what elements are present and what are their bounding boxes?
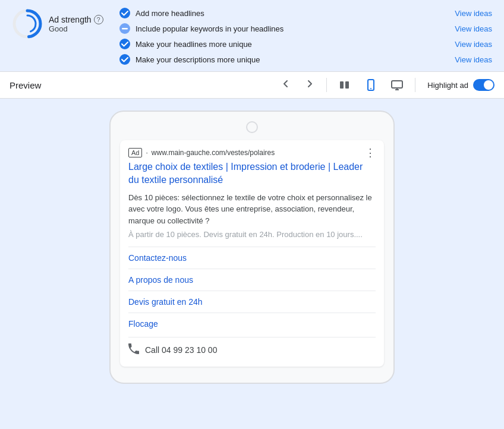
ad-header: Ad · www.main-gauche.com/vestes/polaires… xyxy=(128,147,376,158)
suggestion-text-1: Add more headlines xyxy=(136,9,450,18)
ad-strength-value: Good xyxy=(49,24,103,33)
ad-description: Dès 10 pièces: sélectionnez le textile d… xyxy=(128,192,376,227)
check-icon-1 xyxy=(119,7,131,19)
check-icon-3 xyxy=(119,38,131,50)
top-panel: Ad strength ? Good Add more headlines Vi… xyxy=(0,0,504,71)
preview-label: Preview xyxy=(10,80,272,90)
suggestion-add-headlines: Add more headlines View ideas xyxy=(119,7,492,19)
phone-number: Call 04 99 23 10 00 xyxy=(145,345,217,355)
suggestion-unique-headlines: Make your headlines more unique View ide… xyxy=(119,38,492,50)
view-divider xyxy=(326,78,327,92)
phone-frame: Ad · www.main-gauche.com/vestes/polaires… xyxy=(109,111,395,384)
suggestion-text-3: Make your headlines more unique xyxy=(136,40,450,49)
notch-circle xyxy=(246,121,258,133)
chevron-right-icon xyxy=(305,79,314,89)
svg-rect-12 xyxy=(392,81,402,88)
view-ideas-link-1[interactable]: View ideas xyxy=(455,9,492,18)
suggestion-popular-keywords: Include popular keywords in your headlin… xyxy=(119,23,492,34)
suggestion-unique-descriptions: Make your descriptions more unique View … xyxy=(119,53,492,65)
svg-point-11 xyxy=(370,88,371,89)
ad-sitelinks: Contactez-nous A propos de nous Devis gr… xyxy=(128,247,376,335)
nav-next-button[interactable] xyxy=(300,77,319,93)
view-divider-2 xyxy=(415,78,415,92)
ad-strength-icon xyxy=(12,8,43,39)
ad-menu-button[interactable]: ⋮ xyxy=(365,147,376,158)
view-ideas-link-3[interactable]: View ideas xyxy=(455,40,492,49)
nav-prev-button[interactable] xyxy=(276,77,295,93)
desktop-icon xyxy=(391,79,403,91)
suggestion-text-4: Make your descriptions more unique xyxy=(136,55,450,64)
svg-rect-9 xyxy=(345,81,349,89)
view-ideas-link-2[interactable]: View ideas xyxy=(455,24,492,33)
ad-url: www.main-gauche.com/vestes/polaires xyxy=(152,149,275,157)
grid-icon xyxy=(339,79,351,91)
svg-point-7 xyxy=(119,54,130,65)
help-icon[interactable]: ? xyxy=(94,15,103,24)
svg-point-3 xyxy=(119,8,130,18)
ad-separator: · xyxy=(146,149,147,157)
check-icon-4 xyxy=(119,53,131,65)
svg-point-2 xyxy=(19,15,36,32)
ad-strength-label: Ad strength ? xyxy=(49,15,103,24)
ad-badge: Ad xyxy=(128,148,142,157)
sitelink-contactez-nous[interactable]: Contactez-nous xyxy=(128,247,376,269)
phone-row: Call 04 99 23 10 00 xyxy=(128,337,376,359)
preview-content: Ad · www.main-gauche.com/vestes/polaires… xyxy=(0,99,504,396)
chevron-left-icon xyxy=(281,79,291,89)
sitelink-a-propos[interactable]: A propos de nous xyxy=(128,269,376,291)
ad-strength-section: Ad strength ? Good xyxy=(12,6,107,39)
sitelink-devis[interactable]: Devis gratuit en 24h xyxy=(128,291,376,313)
phone-notch xyxy=(120,121,384,133)
grid-view-button[interactable] xyxy=(334,77,355,93)
ad-badge-url: Ad · www.main-gauche.com/vestes/polaires xyxy=(128,148,275,157)
svg-point-6 xyxy=(119,39,130,49)
svg-rect-8 xyxy=(340,81,344,89)
highlight-toggle[interactable] xyxy=(473,79,494,91)
ad-description-faded: À partir de 10 pièces. Devis gratuit en … xyxy=(128,229,376,241)
suggestion-text-2: Include popular keywords in your headlin… xyxy=(136,24,450,33)
preview-bar: Preview Highlight ad xyxy=(0,71,504,99)
ad-strength-text: Ad strength ? Good xyxy=(49,15,103,33)
partial-icon-2 xyxy=(119,23,131,34)
view-ideas-link-4[interactable]: View ideas xyxy=(455,55,492,64)
mobile-icon xyxy=(365,79,377,91)
svg-rect-5 xyxy=(122,28,128,30)
mobile-view-button[interactable] xyxy=(360,77,382,93)
ad-title[interactable]: Large choix de textiles | Impression et … xyxy=(128,160,376,187)
ad-card: Ad · www.main-gauche.com/vestes/polaires… xyxy=(120,140,384,367)
highlight-section: Highlight ad xyxy=(427,79,494,91)
sitelink-flocage[interactable]: Flocage xyxy=(128,313,376,335)
highlight-label: Highlight ad xyxy=(427,81,468,90)
desktop-view-button[interactable] xyxy=(386,77,408,93)
suggestions-list: Add more headlines View ideas Include po… xyxy=(119,6,492,65)
phone-icon xyxy=(128,343,139,357)
